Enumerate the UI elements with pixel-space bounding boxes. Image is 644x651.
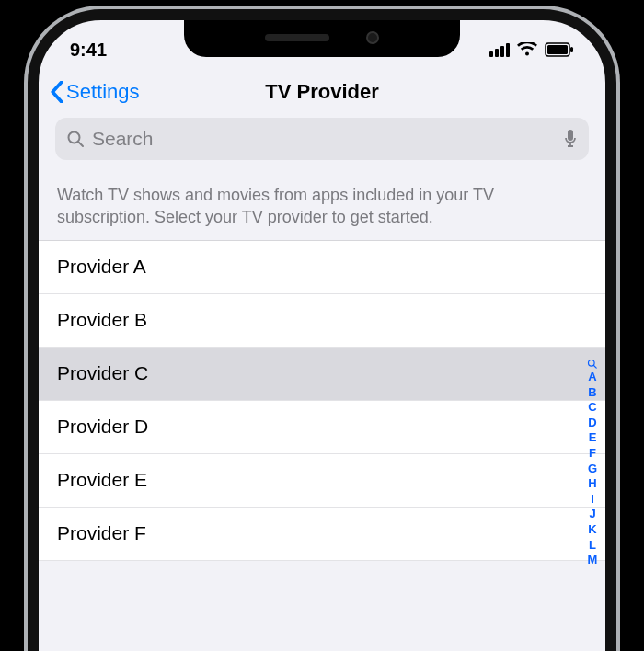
svg-rect-2 — [570, 47, 573, 52]
search-icon — [587, 359, 598, 370]
provider-name: Provider A — [57, 256, 146, 278]
hardware-volume-up — [17, 230, 24, 303]
provider-row[interactable]: Provider C — [39, 348, 605, 401]
svg-point-3 — [69, 132, 80, 143]
svg-rect-1 — [547, 45, 568, 54]
back-label: Settings — [66, 80, 140, 104]
wifi-icon — [517, 42, 537, 57]
provider-name: Provider D — [57, 416, 148, 438]
hardware-volume-down — [17, 322, 24, 395]
index-letter[interactable]: H — [588, 476, 596, 492]
svg-line-4 — [79, 143, 84, 147]
provider-list: Provider A Provider B Provider C Provide… — [39, 240, 605, 561]
index-letter[interactable]: I — [591, 491, 594, 507]
provider-name: Provider C — [57, 362, 148, 384]
index-letter[interactable]: C — [588, 400, 596, 416]
hardware-power-button — [620, 248, 627, 359]
svg-rect-5 — [568, 130, 573, 141]
provider-row[interactable]: Provider E — [39, 454, 605, 508]
battery-icon — [545, 42, 574, 57]
provider-name: Provider E — [57, 469, 147, 491]
provider-name: Provider B — [57, 309, 147, 331]
chevron-left-icon — [50, 81, 64, 103]
hardware-mute-switch — [17, 156, 24, 197]
dictation-icon[interactable] — [563, 129, 578, 149]
svg-line-9 — [594, 365, 597, 368]
search-icon — [66, 130, 85, 148]
index-letter[interactable]: J — [589, 507, 595, 522]
phone-frame: 9:41 Settings TV Provider Watch TV shows… — [28, 9, 616, 651]
provider-row[interactable]: Provider B — [39, 294, 605, 348]
index-letter[interactable]: F — [589, 446, 596, 462]
provider-row[interactable]: Provider F — [39, 508, 605, 561]
index-letter[interactable]: B — [588, 384, 596, 400]
index-letter[interactable]: A — [588, 370, 596, 385]
cellular-signal-icon — [489, 43, 510, 57]
index-letter[interactable]: M — [588, 553, 598, 568]
search-field[interactable] — [55, 118, 589, 160]
index-letter[interactable]: D — [588, 415, 596, 430]
index-letter[interactable]: L — [589, 537, 596, 553]
index-letter[interactable]: G — [588, 461, 597, 476]
index-letter[interactable]: E — [589, 430, 597, 446]
nav-bar: Settings TV Provider — [39, 70, 605, 114]
provider-row[interactable]: Provider A — [39, 241, 605, 294]
section-description: Watch TV shows and movies from apps incl… — [39, 160, 605, 240]
provider-name: Provider F — [57, 522, 146, 544]
status-time: 9:41 — [70, 40, 107, 61]
index-letter[interactable]: K — [588, 522, 596, 538]
status-bar: 9:41 — [39, 20, 605, 70]
provider-row[interactable]: Provider D — [39, 401, 605, 454]
section-index-bar[interactable]: A B C D E F G H I J K L M — [587, 359, 598, 568]
back-button[interactable]: Settings — [50, 80, 140, 104]
search-input[interactable] — [92, 128, 556, 150]
